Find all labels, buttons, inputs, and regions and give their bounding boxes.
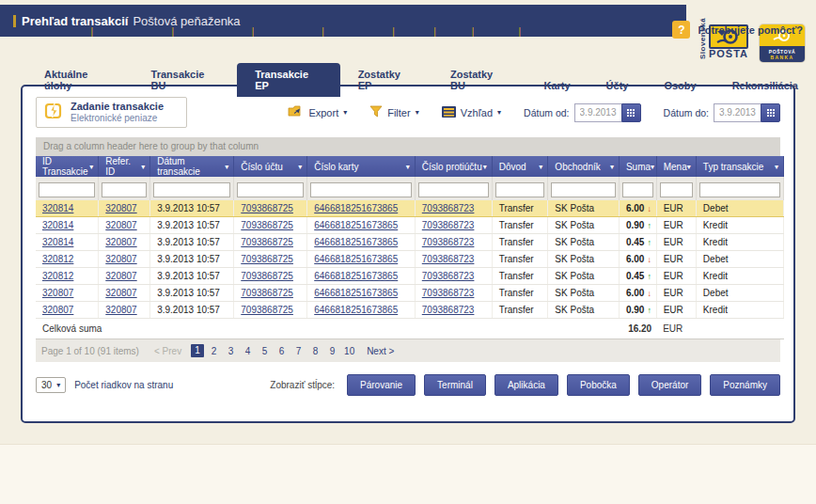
ref-link[interactable]: 320807 <box>105 271 136 281</box>
card-link[interactable]: 6466818251673865 <box>314 237 398 247</box>
column-toggle-button[interactable]: Aplikácia <box>494 374 558 396</box>
filter-input[interactable] <box>418 182 489 197</box>
table-row[interactable]: 3208143208073.9.2013 10:5770938687256466… <box>36 200 784 217</box>
column-header[interactable]: Suma▾ <box>619 156 656 177</box>
column-header[interactable]: Číslo protiúčtu▾ <box>415 156 492 177</box>
filter-input[interactable] <box>310 182 412 197</box>
page-number[interactable]: 5 <box>258 346 272 356</box>
page-size-select[interactable]: 30 ▾ <box>36 377 66 393</box>
counter-link[interactable]: 7093868723 <box>422 203 475 213</box>
filter-input[interactable] <box>237 182 304 197</box>
new-transaction-button[interactable]: Zadanie transakcie Elektronické peniaze <box>36 97 187 128</box>
page-number[interactable]: 9 <box>325 346 339 356</box>
footer-link[interactable]: Aktuálne úlohy <box>21 26 83 37</box>
footer-link[interactable]: Osoby <box>482 26 510 37</box>
column-header[interactable]: Číslo účtu▾ <box>234 156 307 177</box>
card-link[interactable]: 6466818251673865 <box>314 271 398 281</box>
ref-link[interactable]: 320807 <box>105 305 136 315</box>
tab-item[interactable]: Karty <box>526 75 588 97</box>
page-number[interactable]: 1 <box>191 344 204 357</box>
page-number[interactable]: 7 <box>291 346 306 356</box>
tab-item[interactable]: Rekonsiliácia <box>714 75 816 97</box>
card-link[interactable]: 6466818251673865 <box>314 220 398 230</box>
footer-link[interactable]: Rekonsiliácia <box>529 26 585 37</box>
next-page-button[interactable]: Next > <box>367 346 394 356</box>
column-header[interactable]: Typ transakcie▾ <box>696 156 783 177</box>
tab-item[interactable]: Transakcie EP <box>237 63 339 97</box>
ref-link[interactable]: 320807 <box>105 203 136 213</box>
column-header[interactable]: Refer. ID▾ <box>99 156 150 177</box>
filter-menu[interactable]: Filter ▾ <box>369 104 418 121</box>
footer-link[interactable]: Transakcie BU <box>102 26 163 37</box>
date-to-input[interactable] <box>714 103 761 122</box>
page-number[interactable]: 2 <box>207 346 221 356</box>
ref-link[interactable]: 320807 <box>105 237 136 247</box>
account-link[interactable]: 7093868725 <box>241 220 293 230</box>
account-link[interactable]: 7093868725 <box>241 305 293 315</box>
counter-link[interactable]: 7093868723 <box>422 237 475 247</box>
table-row[interactable]: 3208123208073.9.2013 10:5770938687256466… <box>36 251 784 268</box>
account-link[interactable]: 7093868725 <box>241 237 293 247</box>
page-number[interactable]: 3 <box>224 346 238 356</box>
footer-link[interactable]: Zostatky BU <box>333 26 384 37</box>
id-link[interactable]: 320807 <box>42 305 73 315</box>
filter-input[interactable] <box>622 182 653 197</box>
prev-page-button[interactable]: < Prev <box>154 346 181 356</box>
id-link[interactable]: 320814 <box>42 203 73 213</box>
column-header[interactable]: Dôvod▾ <box>492 156 548 177</box>
calendar-button[interactable] <box>761 103 780 122</box>
id-link[interactable]: 320814 <box>42 237 73 247</box>
page-number[interactable]: 8 <box>308 346 322 356</box>
filter-input[interactable] <box>660 182 693 197</box>
column-header[interactable]: ID Transakcie▾ <box>36 156 99 177</box>
counter-link[interactable]: 7093868723 <box>422 271 475 281</box>
view-menu[interactable]: Vzhľad ▾ <box>442 104 501 121</box>
table-row[interactable]: 3208073208073.9.2013 10:5770938687256466… <box>36 302 784 319</box>
filter-input[interactable] <box>551 182 616 197</box>
ref-link[interactable]: 320807 <box>105 254 136 264</box>
counter-link[interactable]: 7093868723 <box>422 254 475 264</box>
tab-item[interactable]: Zostatky EP <box>340 64 432 97</box>
page-number[interactable]: 10 <box>342 346 356 356</box>
filter-input[interactable] <box>102 182 147 197</box>
footer-link[interactable]: Zostatky EP <box>262 26 313 37</box>
table-row[interactable]: 3208143208073.9.2013 10:5770938687256466… <box>36 234 784 251</box>
card-link[interactable]: 6466818251673865 <box>314 254 398 264</box>
card-link[interactable]: 6466818251673865 <box>314 203 398 213</box>
counter-link[interactable]: 7093868723 <box>422 288 475 298</box>
account-link[interactable]: 7093868725 <box>241 203 293 213</box>
calendar-button[interactable] <box>621 103 641 122</box>
tab-item[interactable]: Osoby <box>646 75 714 97</box>
column-toggle-button[interactable]: Pobočka <box>567 374 630 396</box>
help-button[interactable]: ? Potrebujete pomôcť? <box>672 21 803 39</box>
filter-input[interactable] <box>153 182 230 197</box>
id-link[interactable]: 320812 <box>42 271 73 281</box>
column-header[interactable]: Mena▾ <box>656 156 696 177</box>
counter-link[interactable]: 7093868723 <box>422 220 475 230</box>
tab-item[interactable]: Účty <box>588 75 647 97</box>
counter-link[interactable]: 7093868723 <box>422 305 475 315</box>
page-number[interactable]: 6 <box>275 346 289 356</box>
filter-input[interactable] <box>39 182 95 197</box>
tab-item[interactable]: Aktuálne úlohy <box>26 64 133 97</box>
column-toggle-button[interactable]: Terminál <box>424 374 486 396</box>
account-link[interactable]: 7093868725 <box>241 254 293 264</box>
page-number[interactable]: 4 <box>241 346 255 356</box>
table-row[interactable]: 3208143208073.9.2013 10:5770938687256466… <box>36 217 784 234</box>
tab-item[interactable]: Transakcie BU <box>133 64 238 97</box>
table-row[interactable]: 3208123208073.9.2013 10:5770938687256466… <box>36 268 784 285</box>
card-link[interactable]: 6466818251673865 <box>314 288 398 298</box>
filter-input[interactable] <box>699 182 780 197</box>
account-link[interactable]: 7093868725 <box>241 288 293 298</box>
card-link[interactable]: 6466818251673865 <box>314 305 398 315</box>
filter-input[interactable] <box>495 182 545 197</box>
ref-link[interactable]: 320807 <box>105 220 136 230</box>
id-link[interactable]: 320814 <box>42 220 73 230</box>
tab-item[interactable]: Zostatky BU <box>432 64 526 97</box>
table-row[interactable]: 3208073208073.9.2013 10:5770938687256466… <box>36 285 784 302</box>
column-header[interactable]: Obchodník▾ <box>548 156 620 177</box>
id-link[interactable]: 320812 <box>42 254 73 264</box>
column-toggle-button[interactable]: Poznámky <box>710 374 780 396</box>
ref-link[interactable]: 320807 <box>105 288 136 298</box>
column-header[interactable]: Dátum transakcie▾ <box>150 156 234 177</box>
